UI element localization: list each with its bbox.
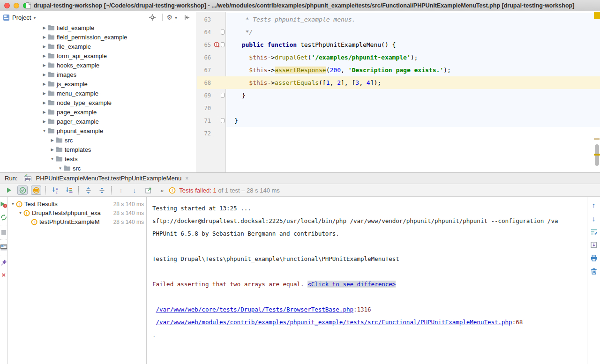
code-text[interactable]: public function testPhpUnitExampleMenu()… xyxy=(226,38,600,51)
next-failed-test-icon[interactable]: ↓ xyxy=(129,186,140,195)
chevron-right-icon[interactable]: ▶ xyxy=(49,138,55,142)
chevron-right-icon[interactable]: ▶ xyxy=(41,54,47,58)
soft-wrap-icon[interactable] xyxy=(590,228,598,236)
restore-layout-icon[interactable] xyxy=(0,244,8,251)
collapse-all-icon[interactable] xyxy=(97,186,107,195)
locate-file-icon[interactable] xyxy=(149,14,156,21)
project-tree-item[interactable]: ▼tests xyxy=(0,154,196,163)
close-panel-icon[interactable]: × xyxy=(2,272,6,278)
project-tree-item[interactable]: ▼phpunit_example xyxy=(0,126,196,135)
console-link[interactable]: /var/www/web/core/tests/Drupal/Tests/Bro… xyxy=(156,306,353,313)
console-link[interactable]: /var/www/web/modules/contrib/examples/ph… xyxy=(156,319,512,326)
project-tree-item[interactable]: ▶file_example xyxy=(0,42,196,51)
hide-panel-icon[interactable] xyxy=(183,14,191,21)
project-tree-item[interactable]: ▶field_example xyxy=(0,23,196,32)
project-tree-item[interactable]: ▶images xyxy=(0,70,196,79)
code-text[interactable]: */ xyxy=(226,26,600,38)
chevron-down-icon[interactable]: ▼ xyxy=(49,157,55,161)
pin-tab-icon[interactable] xyxy=(0,259,8,267)
code-text[interactable] xyxy=(226,127,600,140)
project-panel-title[interactable]: Project xyxy=(12,14,31,21)
project-tree-item[interactable]: ▶menu_example xyxy=(0,89,196,98)
toggle-auto-test-icon[interactable] xyxy=(0,214,8,221)
line-number: 70 xyxy=(197,105,213,111)
show-passed-toggle[interactable] xyxy=(17,186,28,195)
previous-failed-test-icon[interactable]: ↑ xyxy=(116,186,126,195)
code-text[interactable] xyxy=(226,102,600,114)
chevron-right-icon[interactable]: ▶ xyxy=(41,26,47,30)
code-text[interactable]: $this->assertEquals([1, 2], [3, 4]); xyxy=(226,76,600,89)
chevron-right-icon[interactable]: ▶ xyxy=(41,45,47,49)
chevron-right-icon[interactable]: ▶ xyxy=(41,63,47,67)
test-tree-row[interactable]: !testPhpUnitExampleM28 s 140 ms xyxy=(8,217,146,226)
open-in-editor-icon[interactable] xyxy=(143,186,153,195)
project-tree-item[interactable]: ▶field_permission_example xyxy=(0,32,196,42)
code-text[interactable]: $this->assertResponse(200, 'Description … xyxy=(226,64,600,76)
code-text[interactable]: } xyxy=(226,89,600,102)
project-tree-item[interactable]: ▶page_example xyxy=(0,107,196,117)
fold-marker-icon[interactable] xyxy=(221,42,225,47)
svg-text:!: ! xyxy=(5,204,6,208)
folder-icon xyxy=(47,62,55,68)
chevron-right-icon[interactable]: ▶ xyxy=(41,35,47,39)
sort-alphabetically-icon[interactable]: az xyxy=(50,186,60,195)
expand-all-icon[interactable] xyxy=(83,186,93,195)
clear-all-icon[interactable] xyxy=(590,267,598,275)
chevron-down-icon[interactable]: ▾ xyxy=(33,15,36,20)
project-tree-item[interactable]: ▶hooks_example xyxy=(0,60,196,70)
chevron-right-icon[interactable]: ▶ xyxy=(41,101,47,105)
chevron-down-icon[interactable]: ▼ xyxy=(41,129,47,133)
print-icon[interactable] xyxy=(590,254,598,262)
scrollbar-warning-stripe xyxy=(594,138,600,140)
editor-line: 71} xyxy=(197,114,600,127)
code-text[interactable]: $this->drupalGet('/examples/phpunit-exam… xyxy=(226,51,600,64)
test-tree-row[interactable]: ▼!Test Results28 s 140 ms xyxy=(8,200,146,208)
minimize-window-icon[interactable] xyxy=(14,3,19,8)
failed-test-gutter-icon[interactable]: ! xyxy=(214,42,220,48)
more-actions-icon[interactable]: » xyxy=(160,187,164,194)
show-ignored-toggle[interactable] xyxy=(31,186,41,195)
test-run-status: Tests failed: 1 of 1 test – 28 s 140 ms xyxy=(179,187,280,194)
console-text: Testing Drupal\Tests\phpunit_example\Fun… xyxy=(152,255,399,262)
chevron-down-icon[interactable]: ▼ xyxy=(10,202,16,206)
console-text: Failed asserting that two arrays are equ… xyxy=(152,281,308,288)
chevron-down-icon[interactable]: ▼ xyxy=(57,166,63,171)
stop-icon[interactable] xyxy=(0,229,7,236)
sort-by-duration-icon[interactable] xyxy=(64,186,74,195)
project-tree-item[interactable]: ▶js_example xyxy=(0,79,196,89)
chevron-right-icon[interactable]: ▶ xyxy=(41,82,47,86)
chevron-right-icon[interactable]: ▶ xyxy=(49,148,55,152)
down-the-stack-trace-icon[interactable]: ↓ xyxy=(592,215,596,223)
rerun-failed-tests-icon[interactable]: ! xyxy=(0,201,8,208)
code-text[interactable]: * Tests phpunit_example menus. xyxy=(226,13,600,26)
folder-icon xyxy=(55,137,63,143)
project-tree-item[interactable]: ▼src xyxy=(0,163,196,172)
test-tree-row[interactable]: ▼!Drupal\Tests\phpunit_exa28 s 140 ms xyxy=(8,208,146,217)
project-tree-item[interactable]: ▶src xyxy=(0,135,196,145)
run-tab-title[interactable]: PHPUnitExampleMenuTest.testPhpUnitExampl… xyxy=(36,175,181,182)
rerun-button[interactable] xyxy=(4,186,14,195)
project-tree-item[interactable]: ▶templates xyxy=(0,145,196,154)
close-window-icon[interactable] xyxy=(4,3,10,8)
chevron-right-icon[interactable]: ▶ xyxy=(41,110,47,114)
chevron-right-icon[interactable]: ▶ xyxy=(41,91,47,96)
chevron-right-icon[interactable]: ▶ xyxy=(41,119,47,124)
project-tree-item[interactable]: ▶form_api_example xyxy=(0,51,196,60)
fold-marker-icon[interactable] xyxy=(221,30,225,35)
project-tree-item[interactable]: ▶node_type_example xyxy=(0,98,196,107)
chevron-right-icon[interactable]: ▶ xyxy=(41,73,47,77)
fold-marker-icon[interactable] xyxy=(221,93,225,98)
code-text[interactable]: } xyxy=(226,114,600,127)
fold-marker-icon[interactable] xyxy=(221,118,225,123)
php-test-icon: ✓ php xyxy=(24,175,32,181)
close-tab-icon[interactable]: × xyxy=(185,175,188,182)
chevron-down-icon[interactable]: ▼ xyxy=(17,211,23,215)
svg-text:!: ! xyxy=(215,43,218,47)
settings-gear-icon[interactable]: ⚙▾ xyxy=(166,14,177,21)
up-the-stack-trace-icon[interactable]: ↑ xyxy=(592,201,596,209)
scroll-to-end-icon[interactable] xyxy=(590,241,598,249)
project-tree-item[interactable]: ▶pager_example xyxy=(0,117,196,126)
run-toolbar: az ↑ ↓ » ! Tests failed: 1 of 1 test – 2… xyxy=(0,184,600,197)
project-tool-window-icon xyxy=(3,14,10,21)
console-link[interactable]: <Click to see difference> xyxy=(308,281,396,288)
